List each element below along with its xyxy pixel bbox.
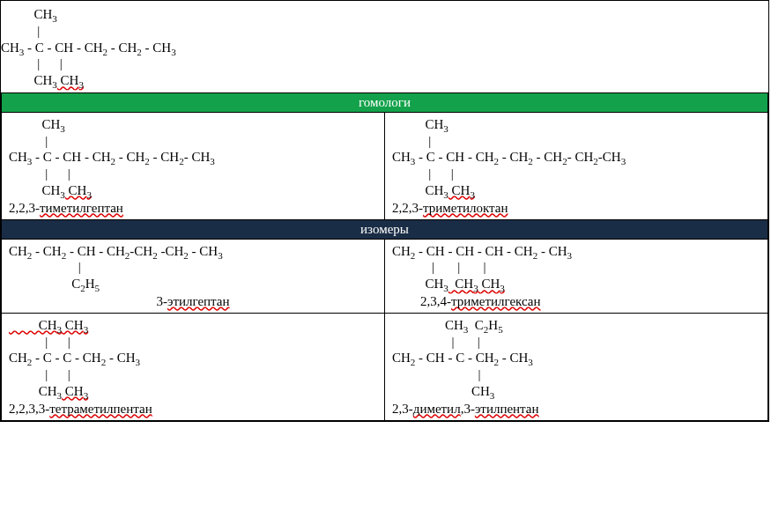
i4-name-d: этилпентан — [475, 402, 539, 416]
i4-l3c: - CH — [499, 351, 528, 365]
h1-l1: CH — [9, 117, 60, 131]
i4-name-a: 2,3- — [392, 402, 413, 416]
i3-l4: | | — [9, 367, 70, 381]
i4-l3a: CH — [392, 351, 411, 365]
i2-l1b: - CH - CH - CH - CH — [415, 244, 532, 258]
i4-l3b: - CH - C - CH — [415, 351, 493, 365]
i4-l4: | — [392, 367, 481, 381]
h2-l3fs: 3 — [621, 156, 626, 166]
i2-l3c: CH — [478, 277, 500, 291]
i3-l5a: CH — [9, 384, 57, 398]
h1-name: 2,2,3-тиметилгептан — [2, 201, 384, 219]
h2-l3a: CH — [392, 150, 411, 164]
h2-l1s: 3 — [443, 123, 449, 134]
i3-l5bs: 3 — [84, 390, 89, 401]
i2-l2: | | | — [392, 260, 486, 274]
header-isomers: изомеры — [2, 219, 768, 239]
cell-homolog-2: CH3 | CH3 - C - CH - CH2 - CH2 - CH2- CH… — [385, 112, 768, 219]
i2-l3cs: 3 — [500, 283, 505, 293]
t-l5bs: 3 — [78, 79, 84, 90]
i2-name-a: 2,3,4- — [420, 294, 451, 308]
h2-l1: CH — [392, 117, 443, 131]
i2-formula: CH2 - CH - CH - CH - CH2 - CH3 | | | CH3… — [385, 240, 767, 294]
i1-name-a: 3- — [156, 294, 167, 308]
chemistry-table: гомологи CH3 | CH3 - C - CH - CH2 - CH2 … — [1, 92, 768, 421]
t-l3c: - CH — [107, 41, 137, 55]
h2-name-b: триметилоктан — [423, 201, 508, 215]
h2-l3f: -CH — [598, 150, 621, 164]
i3-name-b: тетраметилпентан — [49, 402, 152, 416]
h2-l3c: - CH — [499, 150, 528, 164]
i1-l1a: CH — [9, 244, 27, 258]
i2-l1cs: 3 — [567, 250, 573, 261]
h1-l3c: - CH — [115, 150, 145, 164]
h1-l5bs: 3 — [86, 189, 92, 200]
h1-formula: CH3 | CH3 - C - CH - CH2 - CH2 - CH2- CH… — [2, 113, 384, 201]
top-formula: CH3 | CH3 - C - CH - CH2 - CH2 - CH3 | |… — [1, 1, 768, 92]
i4-l1cs: 5 — [498, 324, 503, 335]
i4-name: 2,3-диметил,3-этилпентан — [385, 402, 767, 420]
i1-l3bs: 5 — [95, 283, 100, 293]
i1-l1f: - CH — [189, 244, 218, 258]
i3-l2: | | — [9, 335, 70, 349]
h2-l5a: CH — [392, 183, 443, 197]
h1-l3d: - CH — [150, 150, 179, 164]
i1-l1fs: 3 — [218, 250, 223, 261]
i4-l3cs: 3 — [528, 357, 533, 367]
t-l3b: - C - CH - CH — [24, 41, 102, 55]
i2-l1a: CH — [392, 244, 411, 258]
h1-l3b: - C - CH - CH — [32, 150, 110, 164]
i4-l1b: C — [468, 318, 484, 332]
i1-name-b: этилгептан — [167, 294, 230, 308]
cell-isomer-1: CH2 - CH2 - CH - CH2-CH2 -CH2 - CH3 | C2… — [2, 239, 385, 313]
t-l5b: CH — [57, 73, 79, 87]
h2-l3b: - C - CH - CH — [415, 150, 493, 164]
i1-name: 3-этилгептан — [2, 294, 384, 313]
t-l1: CH — [1, 7, 52, 21]
t-l2: | — [1, 24, 40, 38]
cell-isomer-4: CH3 C2H5 | | CH2 - CH - C - CH2 - CH3 | … — [385, 313, 768, 420]
h1-l3e: - CH — [184, 150, 211, 164]
i1-l1e: -CH — [158, 244, 184, 258]
h1-l5b: CH — [65, 183, 87, 197]
h2-l5bs: 3 — [470, 189, 475, 200]
cell-isomer-3: CH3 CH3 | | CH2 - C - C - CH2 - CH3 | | … — [2, 313, 385, 420]
h1-l2: | — [9, 134, 48, 148]
h2-l2: | — [392, 134, 431, 148]
i1-l2: | — [9, 260, 81, 274]
i3-l1a: CH — [9, 318, 57, 332]
h1-name-b: тиметилгептан — [40, 201, 123, 215]
i3-l3a: CH — [9, 351, 27, 365]
i3-name: 2,2,3,3-тетраметилпентан — [2, 402, 384, 420]
h2-l3e: - CH — [567, 150, 594, 164]
h2-l4: | | — [392, 166, 454, 181]
h1-name-a: 2,2,3- — [9, 201, 40, 215]
h1-l3es: 3 — [210, 156, 215, 166]
t-l3a: CH — [1, 41, 19, 55]
i3-l1bs: 3 — [84, 324, 89, 335]
cell-isomer-2: CH2 - CH - CH - CH - CH2 - CH3 | | | CH3… — [385, 239, 768, 313]
i1-formula: CH2 - CH2 - CH - CH2-CH2 -CH2 - CH3 | C2… — [2, 240, 384, 294]
h1-l5a: CH — [9, 183, 60, 197]
h2-formula: CH3 | CH3 - C - CH - CH2 - CH2 - CH2- CH… — [385, 113, 767, 201]
i4-l5as: 3 — [490, 390, 495, 401]
cell-homolog-1: CH3 | CH3 - C - CH - CH2 - CH2 - CH2- CH… — [2, 112, 385, 219]
i3-name-a: 2,2,3,3- — [9, 402, 49, 416]
i1-l1d: -CH — [130, 244, 152, 258]
t-l4: | | — [1, 56, 63, 70]
i4-l5a: CH — [392, 384, 490, 398]
i1-l1c: - CH - CH — [66, 244, 125, 258]
i3-l3cs: 3 — [136, 357, 141, 367]
h2-l5b: CH — [449, 183, 471, 197]
i2-name: 2,3,4-триметилгексан — [385, 294, 767, 313]
i4-name-c: ,3- — [461, 402, 475, 416]
document-page: CH3 | CH3 - C - CH - CH2 - CH2 - CH3 | |… — [0, 0, 769, 422]
i4-l2: | | — [392, 335, 480, 349]
i3-l1b: CH — [62, 318, 84, 332]
h2-l3d: - CH — [533, 150, 562, 164]
i1-l3b: H — [85, 277, 95, 291]
i3-l3b: - C - C - CH — [32, 351, 100, 365]
t-l1s: 3 — [52, 13, 57, 24]
t-l3d: - CH — [142, 41, 171, 55]
i1-l1b: - CH — [32, 244, 61, 258]
